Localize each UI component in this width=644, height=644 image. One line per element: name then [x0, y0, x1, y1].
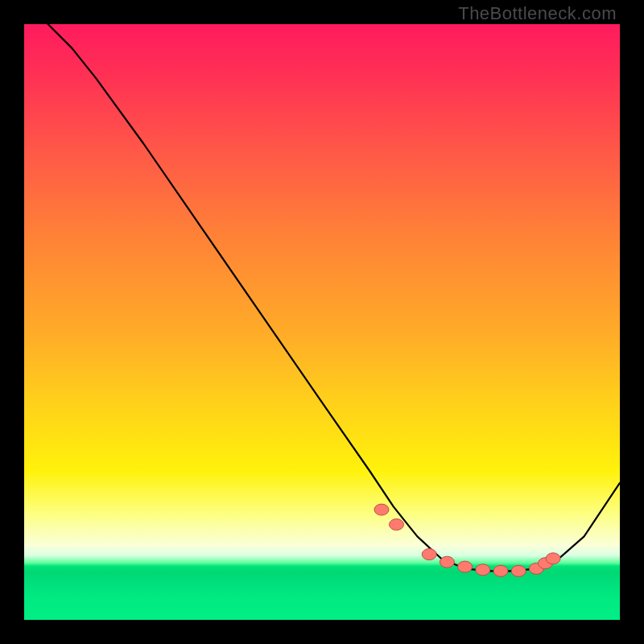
curve-line — [48, 24, 620, 571]
data-marker — [493, 565, 508, 576]
data-marker — [511, 565, 526, 576]
chart-frame: TheBottleneck.com — [0, 0, 644, 644]
data-marker — [440, 556, 454, 568]
marker-group — [374, 504, 560, 576]
data-marker — [390, 519, 404, 530]
data-marker — [476, 564, 490, 576]
data-marker — [546, 553, 560, 564]
data-marker — [422, 549, 436, 560]
watermark-text: TheBottleneck.com — [458, 3, 617, 24]
chart-svg — [24, 24, 620, 620]
data-marker — [374, 504, 389, 515]
plot-area — [24, 24, 620, 620]
data-marker — [458, 561, 473, 572]
